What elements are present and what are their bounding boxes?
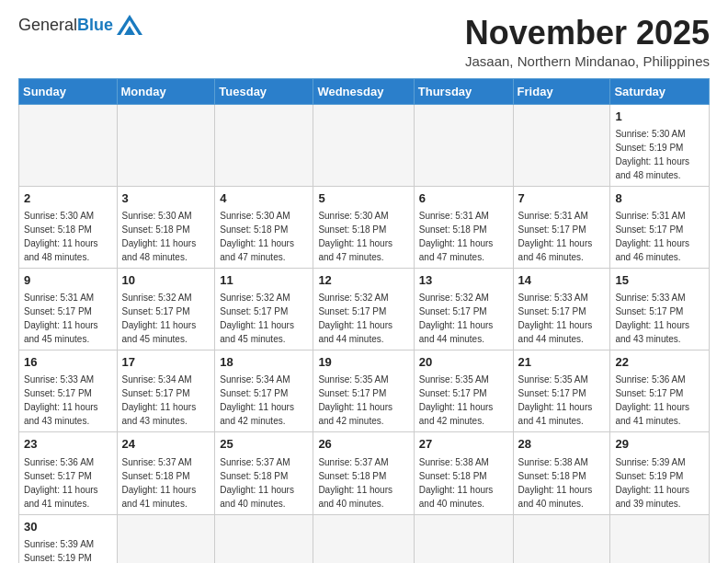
calendar-cell (117, 104, 215, 186)
location-subtitle: Jasaan, Northern Mindanao, Philippines (465, 53, 710, 69)
day-info: Sunrise: 5:32 AM Sunset: 5:17 PM Dayligh… (419, 291, 508, 346)
day-info: Sunrise: 5:37 AM Sunset: 5:18 PM Dayligh… (220, 455, 308, 511)
day-info: Sunrise: 5:34 AM Sunset: 5:17 PM Dayligh… (220, 373, 308, 428)
calendar-cell: 1Sunrise: 5:30 AM Sunset: 5:19 PM Daylig… (610, 104, 710, 186)
calendar-cell: 9Sunrise: 5:31 AM Sunset: 5:17 PM Daylig… (19, 268, 118, 350)
day-info: Sunrise: 5:38 AM Sunset: 5:18 PM Dayligh… (419, 455, 508, 511)
calendar-cell: 15Sunrise: 5:33 AM Sunset: 5:17 PM Dayli… (610, 268, 710, 350)
day-number: 9 (24, 272, 112, 289)
day-number: 5 (318, 190, 408, 207)
weekday-header-tuesday: Tuesday (215, 78, 313, 104)
day-info: Sunrise: 5:39 AM Sunset: 5:19 PM Dayligh… (615, 455, 704, 511)
day-info: Sunrise: 5:35 AM Sunset: 5:17 PM Dayligh… (318, 373, 408, 428)
calendar-cell: 19Sunrise: 5:35 AM Sunset: 5:17 PM Dayli… (313, 350, 414, 432)
calendar-cell (215, 104, 313, 186)
calendar-week-row: 1Sunrise: 5:30 AM Sunset: 5:19 PM Daylig… (19, 104, 710, 186)
calendar-cell: 17Sunrise: 5:34 AM Sunset: 5:17 PM Dayli… (117, 350, 215, 432)
calendar-cell: 13Sunrise: 5:32 AM Sunset: 5:17 PM Dayli… (414, 268, 513, 350)
calendar-cell: 18Sunrise: 5:34 AM Sunset: 5:17 PM Dayli… (215, 350, 313, 432)
day-info: Sunrise: 5:31 AM Sunset: 5:17 PM Dayligh… (615, 209, 704, 264)
calendar-cell: 26Sunrise: 5:37 AM Sunset: 5:18 PM Dayli… (313, 432, 414, 514)
day-info: Sunrise: 5:37 AM Sunset: 5:18 PM Dayligh… (122, 455, 210, 511)
day-number: 27 (419, 436, 508, 453)
day-number: 19 (318, 354, 408, 371)
weekday-header-monday: Monday (117, 78, 215, 104)
calendar-cell: 4Sunrise: 5:30 AM Sunset: 5:18 PM Daylig… (215, 186, 313, 268)
day-number: 1 (615, 109, 704, 125)
day-info: Sunrise: 5:35 AM Sunset: 5:17 PM Dayligh… (518, 373, 606, 428)
calendar-cell (513, 104, 610, 186)
calendar-cell: 24Sunrise: 5:37 AM Sunset: 5:18 PM Dayli… (117, 432, 215, 514)
weekday-header-friday: Friday (513, 78, 610, 104)
calendar-cell: 14Sunrise: 5:33 AM Sunset: 5:17 PM Dayli… (513, 268, 610, 350)
day-info: Sunrise: 5:34 AM Sunset: 5:17 PM Dayligh… (122, 373, 210, 428)
day-info: Sunrise: 5:31 AM Sunset: 5:17 PM Dayligh… (24, 291, 112, 346)
day-number: 21 (518, 354, 606, 371)
day-number: 23 (24, 436, 112, 453)
calendar-cell: 20Sunrise: 5:35 AM Sunset: 5:17 PM Dayli… (414, 350, 513, 432)
day-info: Sunrise: 5:30 AM Sunset: 5:18 PM Dayligh… (318, 209, 408, 264)
day-number: 30 (24, 519, 112, 535)
day-number: 13 (419, 272, 508, 289)
calendar-cell: 8Sunrise: 5:31 AM Sunset: 5:17 PM Daylig… (610, 186, 710, 268)
day-number: 14 (518, 272, 606, 289)
day-info: Sunrise: 5:33 AM Sunset: 5:17 PM Dayligh… (518, 291, 606, 346)
day-info: Sunrise: 5:39 AM Sunset: 5:19 PM Dayligh… (24, 537, 112, 563)
day-info: Sunrise: 5:32 AM Sunset: 5:17 PM Dayligh… (220, 291, 308, 346)
calendar-cell: 28Sunrise: 5:38 AM Sunset: 5:18 PM Dayli… (513, 432, 610, 514)
weekday-header-row: SundayMondayTuesdayWednesdayThursdayFrid… (19, 78, 710, 104)
calendar-cell: 12Sunrise: 5:32 AM Sunset: 5:17 PM Dayli… (313, 268, 414, 350)
day-info: Sunrise: 5:31 AM Sunset: 5:18 PM Dayligh… (419, 209, 508, 264)
day-number: 7 (518, 190, 606, 207)
day-number: 18 (220, 354, 308, 371)
calendar-cell: 21Sunrise: 5:35 AM Sunset: 5:17 PM Dayli… (513, 350, 610, 432)
calendar-week-row: 30Sunrise: 5:39 AM Sunset: 5:19 PM Dayli… (19, 514, 710, 563)
calendar-cell (610, 514, 710, 563)
day-info: Sunrise: 5:32 AM Sunset: 5:17 PM Dayligh… (122, 291, 210, 346)
calendar-week-row: 23Sunrise: 5:36 AM Sunset: 5:17 PM Dayli… (19, 432, 710, 514)
day-number: 28 (518, 436, 606, 453)
day-info: Sunrise: 5:30 AM Sunset: 5:18 PM Dayligh… (24, 209, 112, 264)
title-section: November 2025 Jasaan, Northern Mindanao,… (465, 15, 710, 69)
calendar-cell: 27Sunrise: 5:38 AM Sunset: 5:18 PM Dayli… (414, 432, 513, 514)
day-number: 22 (615, 354, 704, 371)
day-info: Sunrise: 5:38 AM Sunset: 5:18 PM Dayligh… (518, 455, 606, 511)
calendar-cell (117, 514, 215, 563)
calendar-week-row: 16Sunrise: 5:33 AM Sunset: 5:17 PM Dayli… (19, 350, 710, 432)
calendar-cell (313, 104, 414, 186)
day-number: 4 (220, 190, 308, 207)
month-title: November 2025 (465, 15, 710, 52)
calendar-cell: 23Sunrise: 5:36 AM Sunset: 5:17 PM Dayli… (19, 432, 118, 514)
day-number: 24 (122, 436, 210, 453)
day-info: Sunrise: 5:30 AM Sunset: 5:19 PM Dayligh… (615, 127, 704, 182)
calendar-cell: 30Sunrise: 5:39 AM Sunset: 5:19 PM Dayli… (19, 514, 118, 563)
day-number: 20 (419, 354, 508, 371)
day-number: 8 (615, 190, 704, 207)
day-info: Sunrise: 5:33 AM Sunset: 5:17 PM Dayligh… (24, 373, 112, 428)
day-number: 2 (24, 190, 112, 207)
day-info: Sunrise: 5:32 AM Sunset: 5:17 PM Dayligh… (318, 291, 408, 346)
day-number: 26 (318, 436, 408, 453)
calendar-cell: 29Sunrise: 5:39 AM Sunset: 5:19 PM Dayli… (610, 432, 710, 514)
day-number: 3 (122, 190, 210, 207)
day-info: Sunrise: 5:33 AM Sunset: 5:17 PM Dayligh… (615, 291, 704, 346)
calendar-week-row: 9Sunrise: 5:31 AM Sunset: 5:17 PM Daylig… (19, 268, 710, 350)
calendar-cell: 10Sunrise: 5:32 AM Sunset: 5:17 PM Dayli… (117, 268, 215, 350)
logo-blue-text: Blue (77, 16, 113, 35)
day-number: 25 (220, 436, 308, 453)
day-number: 10 (122, 272, 210, 289)
calendar-cell: 6Sunrise: 5:31 AM Sunset: 5:18 PM Daylig… (414, 186, 513, 268)
calendar-cell (313, 514, 414, 563)
day-info: Sunrise: 5:30 AM Sunset: 5:18 PM Dayligh… (122, 209, 210, 264)
calendar-cell: 16Sunrise: 5:33 AM Sunset: 5:17 PM Dayli… (19, 350, 118, 432)
day-number: 15 (615, 272, 704, 289)
day-number: 11 (220, 272, 308, 289)
calendar-week-row: 2Sunrise: 5:30 AM Sunset: 5:18 PM Daylig… (19, 186, 710, 268)
calendar-cell: 5Sunrise: 5:30 AM Sunset: 5:18 PM Daylig… (313, 186, 414, 268)
page-header: GeneralBlue November 2025 Jasaan, Northe… (18, 15, 710, 69)
day-number: 6 (419, 190, 508, 207)
weekday-header-thursday: Thursday (414, 78, 513, 104)
logo-icon (117, 15, 142, 35)
logo-general-text: General (18, 16, 77, 35)
calendar-cell: 22Sunrise: 5:36 AM Sunset: 5:17 PM Dayli… (610, 350, 710, 432)
